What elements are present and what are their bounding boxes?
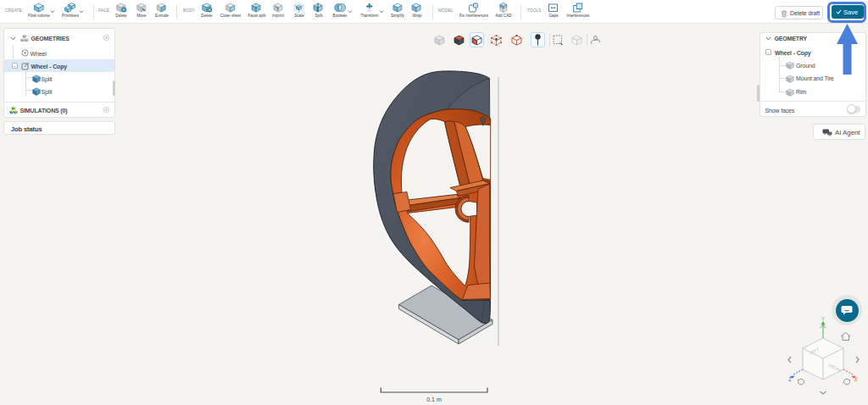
svg-text:Y: Y — [821, 316, 825, 321]
svg-text:X: X — [854, 376, 859, 382]
svg-text:Z: Z — [788, 376, 792, 382]
